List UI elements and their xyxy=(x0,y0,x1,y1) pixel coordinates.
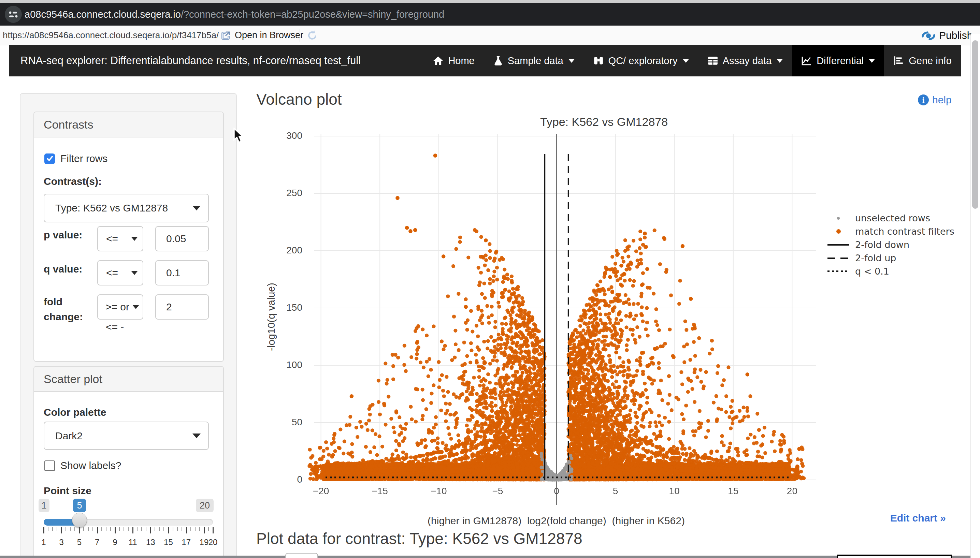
contrast-select-value: Type: K562 vs GM12878 xyxy=(55,202,168,214)
slider-tick xyxy=(79,527,80,533)
contrast-label: Contrast(s): xyxy=(44,176,102,187)
slider-tick xyxy=(110,527,111,531)
open-in-browser-button[interactable]: Open in Browser xyxy=(235,26,303,45)
slider-tick xyxy=(181,527,182,531)
legend-sample-solid xyxy=(827,244,850,246)
address-url[interactable]: a08c9546a.connect.cloud.seqera.io/?conne… xyxy=(25,3,444,26)
help-link[interactable]: i help xyxy=(918,94,952,106)
slider-tick xyxy=(101,527,102,531)
slider-tick xyxy=(212,527,214,533)
q-value-input[interactable]: 0.1 xyxy=(155,260,209,286)
filter-rows-row: Filter rows xyxy=(44,153,107,164)
slider-tick xyxy=(155,527,155,531)
partial-button[interactable] xyxy=(285,553,318,558)
publish-button[interactable]: Publish xyxy=(939,26,972,45)
legend-sample-dotted xyxy=(827,271,850,272)
slider-tick xyxy=(92,527,93,531)
slider-tick-label: 13 xyxy=(140,538,161,547)
filter-rows-label: Filter rows xyxy=(61,153,107,164)
dot-orange-icon xyxy=(836,229,841,234)
scrollbar-thumb[interactable] xyxy=(972,40,978,209)
divider xyxy=(299,29,300,42)
x-tick-label: −20 xyxy=(306,486,337,497)
legend-sample-dot-gray xyxy=(827,217,850,220)
solid-icon xyxy=(827,244,849,246)
y-tick-label: 50 xyxy=(261,417,303,428)
edit-chart-link[interactable]: Edit chart » xyxy=(890,512,946,524)
nav-item-assay-data[interactable]: Assay data xyxy=(698,45,792,76)
slider-tick-label: 3 xyxy=(51,538,72,547)
fold-change-operator-value: >= or xyxy=(105,301,129,313)
nav-item-label: Home xyxy=(448,55,474,67)
fold-change-operator-select[interactable]: >= or xyxy=(97,294,143,320)
caret-down-icon xyxy=(869,59,875,63)
tab-group-icon[interactable] xyxy=(5,6,22,23)
slider-tick xyxy=(159,527,160,531)
slider-tick xyxy=(43,527,44,533)
slider-tick xyxy=(106,527,107,531)
legend-item: q < 0.1 xyxy=(827,265,954,278)
nav-item-qc-exploratory[interactable]: QC/ exploratory xyxy=(584,45,698,76)
x-tick-label: −15 xyxy=(364,486,395,497)
slider-tick-label: 17 xyxy=(176,538,197,547)
show-labels-checkbox[interactable] xyxy=(44,460,55,471)
p-value-input[interactable]: 0.05 xyxy=(155,226,209,251)
slider-max-label: 20 xyxy=(196,499,214,512)
slider-tick xyxy=(123,527,124,531)
scatter-panel-title: Scatter plot xyxy=(34,367,223,392)
app-title: RNA-seq explorer: Differentialabundance … xyxy=(20,45,361,76)
nav-item-sample-data[interactable]: Sample data xyxy=(484,45,584,76)
slider-tick-label: 7 xyxy=(87,538,107,547)
legend-item: 2-fold down xyxy=(827,238,954,251)
nav-item-home[interactable]: Home xyxy=(423,45,483,76)
chevron-down-icon xyxy=(131,237,138,241)
dashed-icon xyxy=(827,258,849,259)
nav-item-gene-info[interactable]: Gene info xyxy=(884,45,961,76)
nav-item-label: Differential xyxy=(817,55,864,67)
p-operator-select[interactable]: <= xyxy=(97,226,143,251)
legend-label: 2-fold up xyxy=(855,253,896,263)
color-palette-label: Color palette xyxy=(44,407,106,418)
y-tick-label: 300 xyxy=(261,130,303,141)
reload-icon[interactable] xyxy=(306,30,318,43)
window-bottom-edge xyxy=(0,556,980,558)
chevron-down-icon xyxy=(192,433,201,438)
viewer-url: https://a08c9546a.connect.cloud.seqera.i… xyxy=(3,26,219,45)
table-icon xyxy=(707,56,718,66)
p-operator-value: <= xyxy=(106,233,118,245)
color-palette-select[interactable]: Dark2 xyxy=(44,422,209,450)
slider-tick xyxy=(168,527,169,533)
x-tick-label: 20 xyxy=(777,486,807,497)
slider-tick xyxy=(173,527,173,531)
contrast-select[interactable]: Type: K562 vs GM12878 xyxy=(44,194,209,222)
fold-change-input[interactable]: 2 xyxy=(155,294,209,320)
y-axis-title: -log10(q value) xyxy=(265,271,277,363)
color-palette-value: Dark2 xyxy=(55,430,82,442)
slider-tick xyxy=(119,527,120,531)
slider-tick xyxy=(191,527,191,531)
fold-change-operator-overflow: <= - xyxy=(106,321,124,333)
slider-tick xyxy=(57,527,58,531)
plot-data-heading: Plot data for contrast: Type: K562 vs GM… xyxy=(256,529,582,548)
volcano-plot-canvas[interactable] xyxy=(307,130,826,507)
legend-label: 2-fold down xyxy=(855,240,909,250)
partial-input-box[interactable] xyxy=(837,555,952,558)
x-tick-label: 10 xyxy=(659,486,690,497)
q-operator-select[interactable]: <= xyxy=(97,260,143,286)
page-title: Volcano plot xyxy=(256,90,342,108)
slider-tick xyxy=(83,527,84,531)
point-size-slider-handle[interactable] xyxy=(72,513,87,528)
q-operator-value: <= xyxy=(106,267,118,279)
legend-item: unselected rows xyxy=(827,212,954,225)
point-size-label: Point size xyxy=(44,485,92,497)
chart-title: Type: K562 vs GM12878 xyxy=(540,115,668,129)
slider-tick-label: 15 xyxy=(158,538,178,547)
browser-address-bar[interactable]: a08c9546a.connect.cloud.seqera.io/?conne… xyxy=(0,3,980,26)
slider-tick xyxy=(74,527,75,531)
legend-label: match contrast filters xyxy=(855,226,954,237)
filter-rows-checkbox[interactable] xyxy=(44,153,55,164)
slider-tick xyxy=(137,527,138,531)
viewer-toolbar: https://a08c9546a.connect.cloud.seqera.i… xyxy=(0,26,980,45)
chart-line-icon xyxy=(801,56,812,66)
nav-item-differential[interactable]: Differential xyxy=(792,45,884,76)
